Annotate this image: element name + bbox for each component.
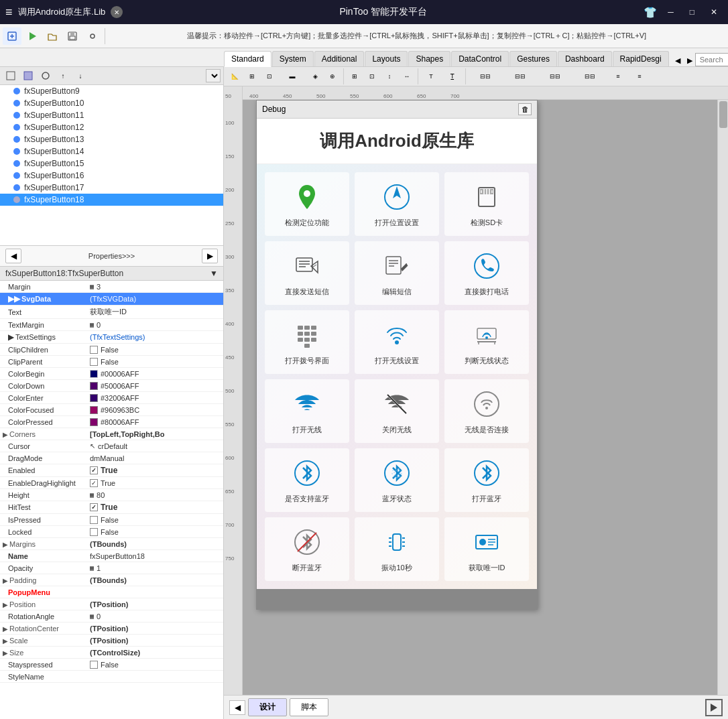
prop-row-clipparent[interactable]: ClipParent False bbox=[0, 356, 223, 368]
tab-datacontrol[interactable]: DataControl bbox=[451, 51, 509, 66]
list-item[interactable]: fxSuperButton10 bbox=[0, 97, 223, 109]
scrollbar-right[interactable] bbox=[717, 100, 728, 695]
tab-rapiddesgi[interactable]: RapidDesgi bbox=[613, 51, 669, 66]
checkbox[interactable] bbox=[90, 528, 98, 536]
btn-get-id[interactable]: 获取唯一ID bbox=[444, 517, 529, 581]
tab-next-btn[interactable]: ▶ bbox=[684, 55, 695, 66]
toolbar-save-btn[interactable] bbox=[63, 27, 82, 45]
canvas-tool-6[interactable]: ⊕ bbox=[324, 69, 341, 84]
prop-row-textmargin[interactable]: TextMargin ▦ 0 bbox=[0, 319, 223, 331]
prop-row-corners[interactable]: ▶Corners [TopLeft,TopRight,Bo bbox=[0, 428, 223, 440]
prop-row-size[interactable]: ▶Size (TControlSize) bbox=[0, 647, 223, 659]
btn-location-settings[interactable]: 打开位置设置 bbox=[355, 172, 439, 236]
list-item[interactable]: fxSuperButton16 bbox=[0, 170, 223, 182]
canvas-tool-4[interactable]: ▬ bbox=[279, 69, 306, 84]
toolbar-settings-btn[interactable] bbox=[83, 27, 102, 45]
canvas-tool-7[interactable]: ⊞ bbox=[347, 69, 363, 84]
comp-dropdown[interactable] bbox=[206, 69, 221, 82]
tab-prev-btn[interactable]: ◀ bbox=[672, 55, 683, 66]
prop-row-opacity[interactable]: Opacity ▦ 1 bbox=[0, 562, 223, 574]
checkbox[interactable]: ✓ bbox=[90, 466, 98, 474]
tab-dashboard[interactable]: Dashboard bbox=[558, 51, 612, 66]
btn-vibrate[interactable]: 振动10秒 bbox=[355, 517, 439, 581]
prop-row-colorenter[interactable]: ColorEnter #32006AFF bbox=[0, 392, 223, 404]
prop-row-clipchildren[interactable]: ClipChildren False bbox=[0, 344, 223, 356]
btn-wifi-off[interactable]: 关闭无线 bbox=[355, 379, 439, 443]
list-item[interactable]: fxSuperButton18 bbox=[0, 194, 223, 206]
checkbox[interactable]: ✓ bbox=[90, 479, 98, 487]
design-btn[interactable]: 设计 bbox=[248, 698, 287, 716]
comp-tool-3[interactable] bbox=[38, 68, 54, 83]
btn-wifi-on[interactable]: 打开无线 bbox=[265, 379, 349, 443]
canvas-tool-16[interactable]: ⊟⊟ bbox=[573, 69, 607, 84]
tab-gestures[interactable]: Gestures bbox=[509, 51, 557, 66]
btn-bluetooth-state[interactable]: 蓝牙状态 bbox=[355, 448, 439, 512]
prop-row-padding[interactable]: ▶Padding (TBounds) bbox=[0, 574, 223, 586]
btn-dialpad[interactable]: 打开拨号界面 bbox=[265, 310, 349, 374]
list-item[interactable]: fxSuperButton11 bbox=[0, 109, 223, 121]
prop-row-height[interactable]: Height ▦ 80 bbox=[0, 489, 223, 501]
bottom-back-btn[interactable]: ◀ bbox=[229, 700, 245, 715]
prop-row-enabledraghighlight[interactable]: EnableDragHighlight ✓ True bbox=[0, 477, 223, 489]
btn-sdcard-detect[interactable]: 检测SD卡 bbox=[444, 172, 529, 236]
prop-row-stayspressed[interactable]: Stayspressed False bbox=[0, 659, 223, 671]
checkbox[interactable] bbox=[90, 661, 98, 669]
comp-tool-2[interactable] bbox=[20, 68, 36, 83]
prop-row-margins[interactable]: ▶Margins (TBounds) bbox=[0, 538, 223, 550]
btn-wifi-status[interactable]: 判断无线状态 bbox=[444, 310, 529, 374]
prop-row-colorbegin[interactable]: ColorBegin #00006AFF bbox=[0, 368, 223, 380]
prop-row-colordown[interactable]: ColorDown #50006AFF bbox=[0, 380, 223, 392]
canvas-tool-13[interactable]: ⊟⊟ bbox=[469, 69, 502, 84]
prop-row-hittest[interactable]: HitTest ✓ True bbox=[0, 501, 223, 514]
tab-standard[interactable]: Standard bbox=[224, 51, 271, 67]
toolbar-run-btn[interactable] bbox=[23, 27, 42, 45]
prop-row-locked[interactable]: Locked False bbox=[0, 526, 223, 538]
canvas-tool-17[interactable]: ≡ bbox=[608, 69, 628, 84]
bottom-forward-btn[interactable] bbox=[705, 699, 723, 716]
prop-row-stylename[interactable]: StyleName bbox=[0, 671, 223, 683]
nav-forward-btn[interactable]: ▶ bbox=[202, 249, 218, 263]
canvas-tool-10[interactable]: ↔ bbox=[399, 69, 415, 84]
dropdown-arrow[interactable]: ▼ bbox=[210, 269, 218, 278]
canvas-tool-14[interactable]: ⊟⊟ bbox=[503, 69, 537, 84]
checkbox[interactable] bbox=[90, 358, 98, 366]
comp-tool-1[interactable] bbox=[3, 68, 19, 83]
maximize-button[interactable]: □ bbox=[684, 6, 700, 18]
prop-row-rotationangle[interactable]: RotationAngle ▦ 0 bbox=[0, 610, 223, 623]
list-item[interactable]: fxSuperButton13 bbox=[0, 133, 223, 145]
list-item[interactable]: fxSuperButton15 bbox=[0, 157, 223, 170]
btn-bluetooth-support[interactable]: 是否支持蓝牙 bbox=[265, 448, 349, 512]
prop-row-dragmode[interactable]: DragMode dmManual bbox=[0, 452, 223, 464]
close-button[interactable]: ✕ bbox=[705, 6, 723, 18]
checkbox[interactable] bbox=[90, 516, 98, 524]
tab-search-input[interactable] bbox=[695, 53, 728, 66]
prop-row-text[interactable]: Text 获取唯一ID bbox=[0, 306, 223, 319]
minimize-button[interactable]: ─ bbox=[662, 6, 679, 18]
canvas-tool-15[interactable]: ⊟⊟ bbox=[538, 69, 572, 84]
btn-dial-phone[interactable]: 直接拨打电话 bbox=[444, 241, 529, 305]
tab-shapes[interactable]: Shapes bbox=[408, 51, 450, 66]
prop-row-colorfocused[interactable]: ColorFocused #960963BC bbox=[0, 404, 223, 416]
btn-wifi-connected[interactable]: 无线是否连接 bbox=[444, 379, 529, 443]
script-btn[interactable]: 脚本 bbox=[290, 698, 328, 716]
canvas-tool-2[interactable]: ⊞ bbox=[244, 69, 260, 84]
canvas-tool-11[interactable]: T bbox=[421, 69, 441, 84]
prop-row-margin[interactable]: Margin ▦ 3 bbox=[0, 281, 223, 293]
btn-send-sms[interactable]: 直接发送短信 bbox=[265, 241, 349, 305]
tab-system[interactable]: System bbox=[272, 51, 314, 66]
btn-wifi-settings[interactable]: 打开无线设置 bbox=[355, 310, 439, 374]
prop-row-svgdata[interactable]: ▶▶SvgData (TfxSVGData) bbox=[0, 293, 223, 306]
canvas-tool-1[interactable]: 📐 bbox=[227, 69, 243, 84]
prop-row-textsettings[interactable]: ▶TextSettings (TfxTextSettings) bbox=[0, 331, 223, 344]
canvas-tool-9[interactable]: ↕ bbox=[381, 69, 398, 84]
tab-additional[interactable]: Additional bbox=[314, 51, 365, 66]
toolbar-open-btn[interactable] bbox=[43, 27, 62, 45]
prop-row-colorpressed[interactable]: ColorPressed #80006AFF bbox=[0, 416, 223, 428]
canvas-tool-18[interactable]: ≡ bbox=[629, 69, 650, 84]
btn-bluetooth-open[interactable]: 打开蓝牙 bbox=[444, 448, 529, 512]
canvas-tool-8[interactable]: ⊡ bbox=[364, 69, 380, 84]
scrollbar-thumb[interactable] bbox=[719, 101, 727, 128]
comp-tool-5[interactable]: ↓ bbox=[72, 68, 88, 83]
nav-back-btn[interactable]: ◀ bbox=[5, 249, 21, 263]
list-item[interactable]: fxSuperButton9 bbox=[0, 85, 223, 97]
